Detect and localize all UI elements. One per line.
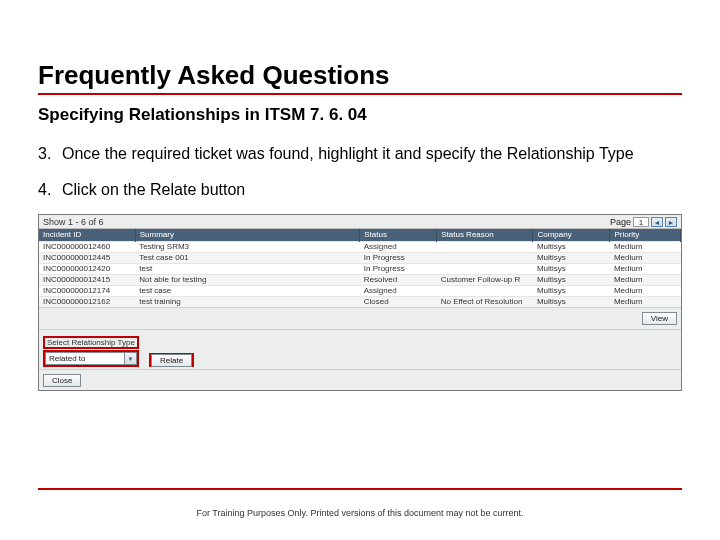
table-cell: Medium: [610, 296, 681, 307]
step-number: 4.: [38, 179, 62, 201]
col-priority[interactable]: Priority: [610, 229, 681, 241]
col-summary[interactable]: Summary: [135, 229, 360, 241]
close-button[interactable]: Close: [43, 374, 81, 387]
page-number-input[interactable]: 1: [633, 217, 649, 227]
step-item: 4. Click on the Relate button: [38, 179, 682, 201]
results-table: Incident ID Summary Status Status Reason…: [39, 229, 681, 307]
table-cell: Closed: [360, 296, 437, 307]
table-cell: Customer Follow-up R: [437, 274, 533, 285]
table-row[interactable]: INC000000012445Test case 001In ProgressM…: [39, 252, 681, 263]
table-cell: Medium: [610, 241, 681, 252]
table-cell: Medium: [610, 263, 681, 274]
results-toolbar: Show 1 - 6 of 6 Page 1 ◄ ►: [39, 215, 681, 229]
dialog-footer: Close: [39, 369, 681, 390]
table-cell: In Progress: [360, 252, 437, 263]
table-row[interactable]: INC000000012174test caseAssignedMultisys…: [39, 285, 681, 296]
footer-divider: [38, 488, 682, 490]
relationship-type-select[interactable]: Related to ▼: [45, 352, 137, 365]
table-cell: INC000000012460: [39, 241, 135, 252]
page-title: Frequently Asked Questions: [38, 60, 682, 95]
table-cell: In Progress: [360, 263, 437, 274]
table-header-row: Incident ID Summary Status Status Reason…: [39, 229, 681, 241]
table-cell: INC000000012445: [39, 252, 135, 263]
table-cell: [437, 252, 533, 263]
next-page-button[interactable]: ►: [665, 217, 677, 227]
table-cell: INC000000012420: [39, 263, 135, 274]
steps-list: 3. Once the required ticket was found, h…: [38, 143, 682, 200]
col-incident-id[interactable]: Incident ID: [39, 229, 135, 241]
footer-note: For Training Purposes Only. Printed vers…: [0, 508, 720, 518]
relationship-type-value: Related to: [46, 354, 124, 363]
table-row[interactable]: INC000000012162test trainingClosedNo Eff…: [39, 296, 681, 307]
view-button[interactable]: View: [642, 312, 677, 325]
col-status[interactable]: Status: [360, 229, 437, 241]
table-row[interactable]: INC000000012460Testing SRM3AssignedMulti…: [39, 241, 681, 252]
app-screenshot: Show 1 - 6 of 6 Page 1 ◄ ► Incident ID: [38, 214, 682, 391]
table-cell: Medium: [610, 285, 681, 296]
table-cell: Resolved: [360, 274, 437, 285]
table-row[interactable]: INC000000012420testIn ProgressMultisysMe…: [39, 263, 681, 274]
table-cell: INC000000012174: [39, 285, 135, 296]
table-cell: test: [135, 263, 360, 274]
table-cell: [437, 263, 533, 274]
relationship-type-area: Select Relationship Type Related to ▼ Re…: [39, 329, 681, 369]
results-count-label: Show 1 - 6 of 6: [43, 217, 104, 227]
table-actions-bar: View: [39, 307, 681, 329]
table-row[interactable]: INC000000012415Not able for testingResol…: [39, 274, 681, 285]
table-cell: Assigned: [360, 285, 437, 296]
table-cell: test case: [135, 285, 360, 296]
step-item: 3. Once the required ticket was found, h…: [38, 143, 682, 165]
table-cell: Medium: [610, 274, 681, 285]
table-cell: [437, 285, 533, 296]
page-subtitle: Specifying Relationships in ITSM 7. 6. 0…: [38, 105, 682, 125]
col-status-reason[interactable]: Status Reason: [437, 229, 533, 241]
relationship-type-caption: Select Relationship Type: [43, 336, 139, 349]
prev-page-button[interactable]: ◄: [651, 217, 663, 227]
table-cell: Multisys: [533, 285, 610, 296]
table-cell: INC000000012415: [39, 274, 135, 285]
page-label: Page: [610, 217, 631, 227]
table-cell: Multisys: [533, 296, 610, 307]
table-cell: Multisys: [533, 263, 610, 274]
col-company[interactable]: Company: [533, 229, 610, 241]
table-cell: [437, 241, 533, 252]
table-cell: Test case 001: [135, 252, 360, 263]
table-cell: No Effect of Resolution: [437, 296, 533, 307]
step-text: Click on the Relate button: [62, 179, 682, 201]
table-cell: Medium: [610, 252, 681, 263]
table-cell: Not able for testing: [135, 274, 360, 285]
table-cell: Assigned: [360, 241, 437, 252]
relate-button[interactable]: Relate: [151, 354, 192, 367]
step-text: Once the required ticket was found, high…: [62, 143, 682, 165]
table-cell: Testing SRM3: [135, 241, 360, 252]
table-cell: Multisys: [533, 274, 610, 285]
table-cell: Multisys: [533, 252, 610, 263]
chevron-down-icon: ▼: [124, 353, 136, 364]
step-number: 3.: [38, 143, 62, 165]
table-cell: test training: [135, 296, 360, 307]
table-cell: Multisys: [533, 241, 610, 252]
table-cell: INC000000012162: [39, 296, 135, 307]
